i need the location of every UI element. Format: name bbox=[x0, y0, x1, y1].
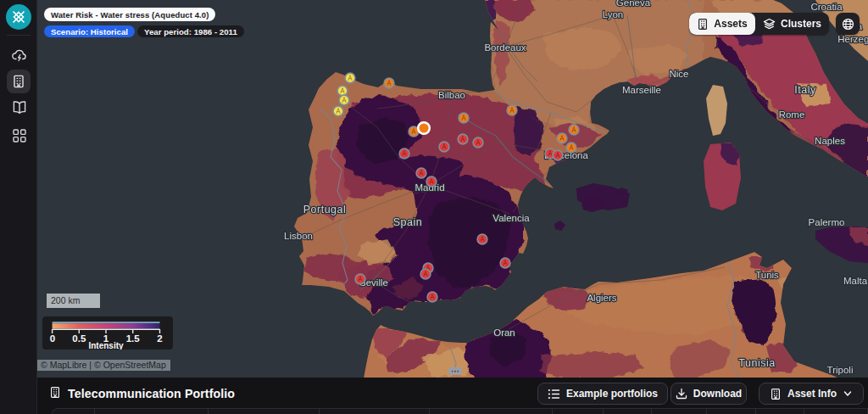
svg-text:Palermo: Palermo bbox=[809, 217, 845, 227]
svg-text:Valencia: Valencia bbox=[492, 213, 530, 223]
svg-text:Naples: Naples bbox=[815, 136, 845, 146]
svg-text:Geneva: Geneva bbox=[616, 0, 651, 8]
svg-text:1.5: 1.5 bbox=[126, 333, 141, 344]
svg-text:Bilbao: Bilbao bbox=[438, 90, 465, 100]
svg-text:Nice: Nice bbox=[669, 69, 688, 79]
svg-text:Croatia: Croatia bbox=[810, 2, 843, 12]
svg-text:Algiers: Algiers bbox=[587, 293, 616, 303]
svg-text:Malta: Malta bbox=[843, 276, 868, 286]
svg-text:Tunisia: Tunisia bbox=[738, 357, 775, 369]
svg-text:Bordeaux: Bordeaux bbox=[484, 42, 526, 53]
svg-text:Portugal: Portugal bbox=[303, 204, 347, 215]
svg-text:Lyon: Lyon bbox=[603, 9, 624, 20]
svg-text:Tunis: Tunis bbox=[755, 270, 779, 280]
svg-text:Spain: Spain bbox=[393, 216, 422, 228]
svg-text:Italy: Italy bbox=[794, 84, 816, 96]
svg-text:Rome: Rome bbox=[779, 109, 805, 120]
svg-text:Intensity: Intensity bbox=[88, 341, 124, 350]
svg-text:0: 0 bbox=[50, 333, 55, 344]
svg-text:Lisbon: Lisbon bbox=[284, 231, 313, 241]
svg-text:Herzego: Herzego bbox=[837, 34, 868, 44]
svg-text:Marseille: Marseille bbox=[622, 85, 661, 95]
svg-text:2: 2 bbox=[157, 333, 162, 344]
svg-text:0.5: 0.5 bbox=[72, 333, 86, 344]
svg-text:Oran: Oran bbox=[493, 327, 515, 338]
svg-text:Tripoli: Tripoli bbox=[827, 365, 854, 375]
